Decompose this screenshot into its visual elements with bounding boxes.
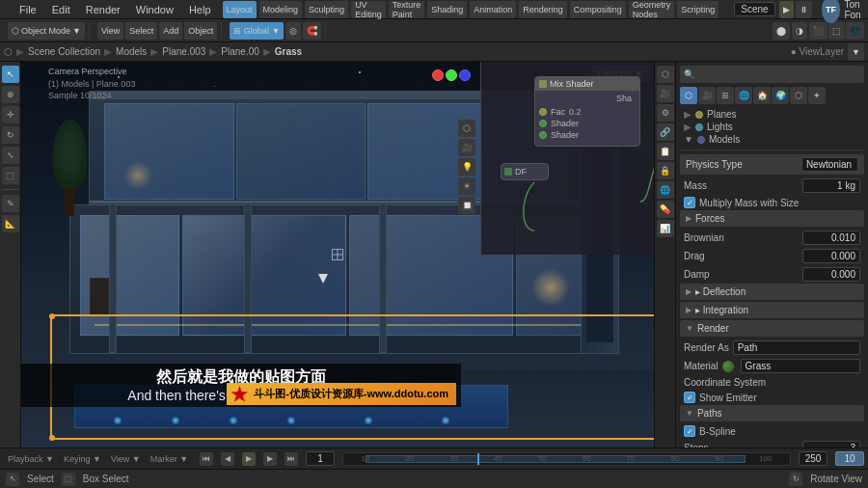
shading-btn[interactable]: ◑ [792,22,807,40]
render-shade-btn[interactable]: 🌑 [846,22,864,40]
breadcrumb-plane00[interactable]: Plane.00 [221,46,258,57]
jump-end-btn[interactable]: ⏭ [285,452,298,466]
tab-rendering[interactable]: Rendering [519,1,567,18]
physics-header[interactable]: Physics Type Newtonian [680,154,864,175]
rp-icon-9[interactable]: 📊 [657,220,674,237]
breadcrumb-scene[interactable]: Scene Collection [28,46,100,57]
material-dropdown[interactable]: Grass [741,359,860,373]
pause-btn[interactable]: ⏸ [796,1,812,18]
scene-tab-object[interactable]: ⬡ [790,87,807,104]
menu-file[interactable]: File [15,4,41,15]
scene-tab-world[interactable]: 🌍 [772,87,789,104]
multiply-mass-checkbox[interactable]: ✓ Multiply Mass with Size [680,195,864,210]
scene-item-models[interactable]: ▼ Models [680,133,864,146]
rp-icon-6[interactable]: 🔒 [657,162,674,179]
next-frame-btn[interactable]: ▶ [263,452,277,466]
scale-tool-btn[interactable]: ⤡ [2,147,19,164]
global-transform-btn[interactable]: ⊞ Global ▼ [230,22,284,40]
steps-value[interactable]: 3 [802,441,860,447]
material-shade-btn[interactable]: ⬚ [828,22,845,40]
object-mode-btn[interactable]: ⬡ Object Mode ▼ [8,22,85,40]
rp-icon-8[interactable]: 💊 [657,201,674,218]
object-menu[interactable]: Object [184,22,217,40]
breadcrumb-models[interactable]: Models [116,46,147,57]
rp-icon-1[interactable]: ⬡ [657,66,674,83]
fac-value[interactable]: 0.2 [569,107,582,117]
color-btn-green[interactable] [446,69,457,81]
icon-5[interactable]: 🔲 [458,197,475,214]
menu-render[interactable]: Render [82,4,124,15]
render-as-dropdown[interactable]: Path [733,340,860,355]
jump-start-btn[interactable]: ⏮ [200,452,213,466]
fac-input-socket[interactable] [539,108,547,116]
integration-header[interactable]: ▶ ▸ Integration [680,302,864,318]
physics-type-dropdown[interactable]: Newtonian [801,157,858,172]
end-frame[interactable]: 250 [799,451,827,466]
start-frame[interactable]: 1 [306,451,335,466]
checkbox-bspline[interactable]: ✓ [684,425,695,437]
shader2-input-socket[interactable] [539,131,547,139]
tab-compositing[interactable]: Compositing [570,1,626,18]
measure-tool-btn[interactable]: 📐 [2,215,19,232]
icon-4[interactable]: ☀ [458,177,475,195]
deflection-header[interactable]: ▶ ▸ Deflection [680,284,864,300]
shader1-input-socket[interactable] [539,120,547,127]
tab-layout[interactable]: Layout [223,1,257,18]
annotate-tool-btn[interactable]: ✎ [2,195,19,212]
df-node[interactable]: DF [501,163,549,180]
current-frame[interactable]: 10 [835,451,864,466]
breadcrumb-plane003[interactable]: Plane.003 [162,46,205,57]
render-btn[interactable]: ▶ [779,1,794,18]
tab-animation[interactable]: Animation [470,1,516,18]
bspline-checkbox[interactable]: ✓ B-Spline [680,423,864,439]
overlay-btn[interactable]: ⬤ [773,22,790,40]
checkbox-multiply[interactable]: ✓ [684,197,695,208]
cursor-tool-btn[interactable]: ⊕ [2,86,19,103]
snap-btn[interactable]: 🧲 [303,22,321,40]
scene-item-planes[interactable]: ▶ Planes [680,108,864,121]
scene-tab-scene[interactable]: 🏠 [753,87,771,104]
view-menu[interactable]: View [97,22,123,40]
brownian-value[interactable]: 0.010 [802,230,860,245]
menu-edit[interactable]: Edit [48,4,74,15]
scene-collection-search[interactable]: 🔍 [680,66,864,83]
tab-sculpting[interactable]: Sculpting [305,1,348,18]
menu-window[interactable]: Window [132,4,177,15]
play-btn[interactable]: ▶ [242,452,256,466]
forces-header[interactable]: ▶ Forces [680,210,864,227]
menu-help[interactable]: Help [185,4,215,15]
checkbox-emitter[interactable]: ✓ [684,392,695,403]
color-btn-red[interactable] [432,69,444,81]
solid-shade-btn[interactable]: ⬛ [809,22,827,40]
paths-header[interactable]: ▼ Paths [680,405,864,421]
select-status-btn[interactable]: ↖ [6,473,19,486]
mix-shader-node[interactable]: Mix Shader Sha Fac 0.2 Shader Shader [534,76,640,147]
tab-modeling[interactable]: Modeling [259,1,303,18]
drag-value[interactable]: 0.000 [802,249,860,263]
prev-frame-btn[interactable]: ◀ [221,452,234,466]
select-menu[interactable]: Select [125,22,157,40]
rp-icon-2[interactable]: 🎥 [657,85,674,102]
damp-value[interactable]: 0.000 [802,267,860,282]
color-btn-blue[interactable] [459,69,471,81]
show-emitter-checkbox[interactable]: ✓ Show Emitter [680,390,864,405]
tab-shading[interactable]: Shading [427,1,467,18]
transform-tool-btn[interactable]: ⬚ [2,167,19,184]
rp-icon-4[interactable]: 🔗 [657,123,674,141]
select-tool-btn[interactable]: ↖ [2,66,19,83]
view-layer-btn[interactable]: ▼ [848,43,864,61]
tab-texture-paint[interactable]: Texture Paint [389,1,425,18]
tab-uv-editing[interactable]: UV Editing [351,1,386,18]
box-select-btn[interactable]: ⬚ [62,473,75,486]
rp-icon-3[interactable]: ⚙ [657,104,674,122]
tab-geometry-nodes[interactable]: Geometry Nodes [629,1,675,18]
icon-1[interactable]: ⬡ [458,120,475,137]
mass-value[interactable]: 1 kg [802,178,860,193]
scene-item-lights[interactable]: ▶ Lights [680,121,864,133]
scene-name[interactable]: Scene [734,2,774,16]
icon-3[interactable]: 💡 [458,158,475,176]
scene-tab-view-layer[interactable]: 🌐 [735,87,752,104]
add-menu[interactable]: Add [159,22,182,40]
icon-2[interactable]: 🎥 [458,139,475,156]
render-section-header[interactable]: ▼ Render [680,320,864,337]
